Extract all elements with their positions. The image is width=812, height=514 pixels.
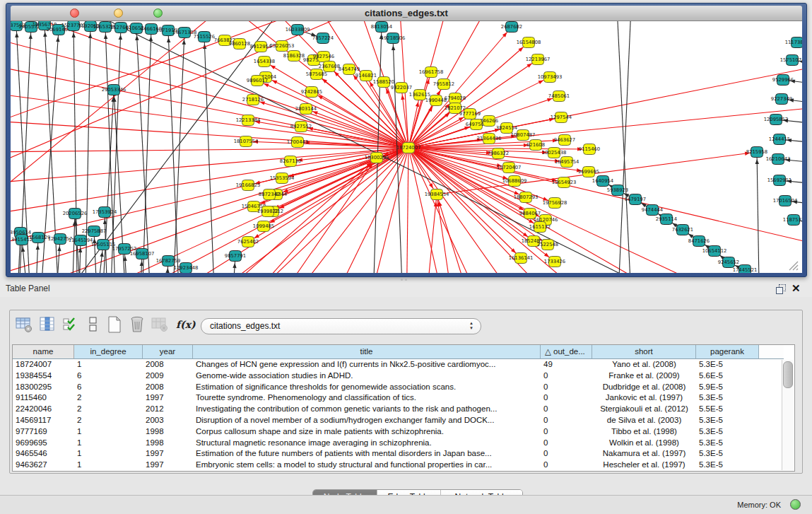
graph-node[interactable]: 11173841 <box>785 37 802 48</box>
resize-handle-icon[interactable] <box>787 259 801 271</box>
table-cell[interactable]: 1 <box>74 438 143 449</box>
graph-node[interactable]: 29053346 <box>102 85 126 95</box>
delete-rows-icon[interactable] <box>128 315 146 334</box>
graph-node[interactable]: 7625402 <box>237 237 259 247</box>
window-titlebar[interactable]: citations_edges.txt <box>11 6 802 21</box>
graph-node[interactable]: 25226053 <box>270 41 295 52</box>
graph-node[interactable]: 16782759 <box>156 256 181 267</box>
table-cell[interactable]: 9699695 <box>13 438 74 449</box>
table-cell[interactable]: 0 <box>541 415 592 426</box>
graph-node[interactable]: 16210643 <box>766 154 791 165</box>
column-header-name[interactable]: name <box>13 345 74 359</box>
graph-node[interactable]: 1654338 <box>254 57 275 67</box>
merge-rows-icon[interactable] <box>84 315 102 334</box>
table-cell[interactable]: 5.5E-5 <box>696 404 759 415</box>
graph-node[interactable]: 2687682 <box>501 22 522 33</box>
table-cell[interactable]: Structural magnetic resonance image aver… <box>193 438 541 449</box>
table-cell[interactable]: 0 <box>541 448 592 460</box>
graph-node[interactable]: 9227349 <box>771 94 792 105</box>
graph-node[interactable]: 22975887 <box>82 226 107 237</box>
graph-node[interactable]: 9115460 <box>579 144 600 155</box>
table-cell[interactable]: 5.9E-5 <box>696 382 759 393</box>
table-cell[interactable]: Embryonic stem cells: a model to study s… <box>193 460 541 471</box>
table-cell[interactable]: 2 <box>74 404 143 415</box>
table-cell[interactable]: 5.3E-5 <box>696 438 759 449</box>
table-cell[interactable]: 2 <box>74 392 143 404</box>
graph-node[interactable]: 12213967 <box>526 54 551 65</box>
table-cell[interactable]: 14569117 <box>13 415 74 426</box>
graph-node[interactable]: 15353594 <box>270 173 295 184</box>
column-header-year[interactable]: year <box>143 345 193 359</box>
graph-node[interactable]: 9242845 <box>301 87 322 98</box>
table-cell[interactable]: 1997 <box>143 460 193 471</box>
table-cell[interactable]: Corpus callosum shape and size in male p… <box>193 426 541 438</box>
table-scrollbar[interactable] <box>782 360 793 470</box>
table-cell[interactable]: 0 <box>541 438 592 449</box>
table-cell[interactable]: 2008 <box>143 359 193 370</box>
table-cell[interactable]: 5.3E-5 <box>696 426 759 438</box>
table-cell[interactable]: 5.3E-5 <box>696 448 759 460</box>
graph-node[interactable]: 15692951 <box>767 175 792 186</box>
graph-node[interactable]: 20206526 <box>63 209 88 219</box>
table-cell[interactable]: 18724007 <box>13 359 74 370</box>
graph-node[interactable]: 16154808 <box>517 37 541 48</box>
graph-node[interactable]: 7485061 <box>548 91 570 102</box>
table-cell[interactable]: 1997 <box>143 392 193 404</box>
table-row[interactable]: 911546021997Tourette syndrome. Phenomeno… <box>13 392 794 404</box>
table-cell[interactable]: 5.3E-5 <box>696 359 759 370</box>
graph-node[interactable]: 1700443 <box>287 137 308 148</box>
graph-node[interactable]: 9857791 <box>225 251 246 262</box>
table-cell[interactable]: Nakamura et al. (1997) <box>592 448 696 460</box>
table-row[interactable]: 969969511998Structural magnetic resonanc… <box>13 438 794 449</box>
table-cell[interactable]: 2 <box>74 415 143 426</box>
table-row[interactable]: 1830029562008Estimation of significance … <box>13 382 794 393</box>
scrollbar-thumb[interactable] <box>783 361 793 388</box>
column-header-out_de[interactable]: △ out_de... <box>541 345 592 359</box>
graph-node[interactable]: 8912954 <box>250 42 271 52</box>
table-cell[interactable]: 1998 <box>143 426 193 438</box>
column-header-short[interactable]: short <box>592 345 696 359</box>
graph-node[interactable]: 8186328 <box>283 51 305 62</box>
table-cell[interactable]: 0 <box>541 426 592 438</box>
table-cell[interactable]: 1 <box>74 448 143 460</box>
table-cell[interactable]: 19384554 <box>13 370 74 382</box>
table-cell[interactable]: Investigating the contribution of common… <box>193 404 541 415</box>
graph-node[interactable]: 16961758 <box>419 67 444 78</box>
graph-node[interactable]: 1187533 <box>783 215 802 226</box>
graph-node[interactable]: 12095852 <box>764 115 789 125</box>
graph-node[interactable]: 12213384 <box>236 115 261 126</box>
graph-node[interactable]: 16136141 <box>509 253 534 264</box>
table-row[interactable]: 1938455462009Genome-wide association stu… <box>13 370 794 382</box>
graph-node[interactable]: 10654112 <box>702 246 727 257</box>
table-cell[interactable]: Tourette syndrome. Phenomenology and cla… <box>193 392 541 404</box>
graph-node[interactable]: 7955812 <box>433 79 454 90</box>
table-cell[interactable]: Changes of HCN gene expression and I(f) … <box>193 359 541 370</box>
table-cell[interactable]: 22420046 <box>13 404 74 415</box>
table-cell[interactable]: 5.3E-5 <box>696 392 759 404</box>
table-cell[interactable]: 6 <box>74 370 143 382</box>
float-panel-icon[interactable] <box>776 284 786 294</box>
graph-node[interactable]: 12923448 <box>174 263 199 274</box>
graph-node[interactable]: 9529966 <box>772 75 794 86</box>
graph-node[interactable]: 7986322 <box>488 148 509 159</box>
table-cell[interactable]: 2009 <box>143 370 193 382</box>
graph-node[interactable]: 8215958 <box>746 147 767 158</box>
table-cell[interactable]: 0 <box>541 460 592 471</box>
network-canvas[interactable]: 1837563424055724193567182069140615237761… <box>11 21 802 273</box>
table-cell[interactable]: 0 <box>541 392 592 404</box>
graph-node[interactable]: 15720407 <box>497 163 522 173</box>
table-row[interactable]: 1872400712008Changes of HCN gene express… <box>13 359 794 370</box>
table-combo[interactable]: citations_edges.txt ▲▼ <box>201 318 481 334</box>
column-header-in_degree[interactable]: in_degree <box>74 345 143 359</box>
column-header-pagerank[interactable]: pagerank <box>696 345 759 359</box>
graph-node[interactable]: 7515526 <box>194 32 215 42</box>
table-cell[interactable]: Jankovic et al. (1997) <box>592 392 696 404</box>
new-table-icon[interactable] <box>105 315 124 334</box>
graph-node[interactable]: 15751074 <box>780 55 802 66</box>
citation-graph[interactable]: 1837563424055724193567182069140615237761… <box>11 21 802 273</box>
table-row[interactable]: 1456911722003Disruption of a novel membe… <box>13 415 794 426</box>
graph-node[interactable]: 1297544 <box>551 112 572 123</box>
table-cell[interactable]: 2003 <box>143 415 193 426</box>
table-cell[interactable]: 1 <box>74 460 143 471</box>
graph-node[interactable]: 8813054 <box>371 22 392 33</box>
